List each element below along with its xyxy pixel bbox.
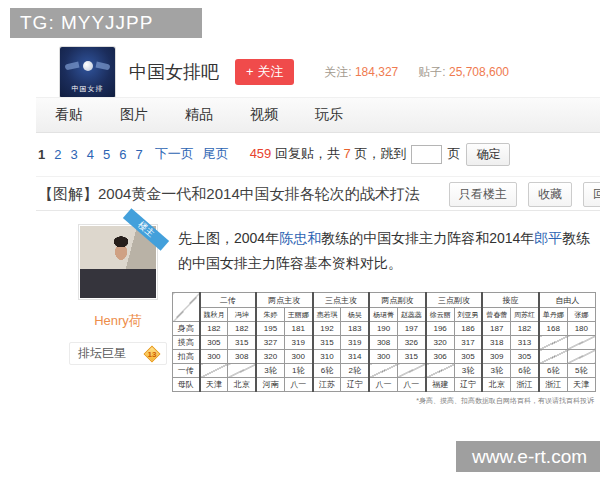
next-page-link[interactable]: 下一页 bbox=[155, 145, 194, 163]
table-footnote: *身高、摸高、扣高数据取自网络百科，有误请找百科投诉 bbox=[172, 396, 596, 406]
favorite-button[interactable]: 收藏 bbox=[528, 182, 572, 207]
stat-cell: 305 bbox=[511, 350, 539, 364]
post-actions: 只看楼主 收藏 回复 bbox=[449, 182, 600, 207]
tab-jingpin[interactable]: 精品 bbox=[185, 106, 213, 124]
row-label-cell: 身高 bbox=[173, 322, 200, 336]
coach-link-langping[interactable]: 郎平 bbox=[534, 230, 562, 246]
stat-cell: 181 bbox=[284, 322, 312, 336]
stat-cell bbox=[567, 350, 595, 364]
stat-cell: 190 bbox=[369, 322, 397, 336]
reply-button[interactable]: 回复 bbox=[583, 182, 600, 207]
stat-cell: 195 bbox=[256, 322, 284, 336]
table-row: 扣高300308320300310314300315306305309305 bbox=[173, 350, 596, 364]
forum-title: 中国女排吧 bbox=[129, 60, 219, 84]
stat-cell: 318 bbox=[482, 336, 510, 350]
stat-cell: 314 bbox=[341, 350, 369, 364]
stat-cell: 天津 bbox=[567, 378, 595, 392]
stat-cell: 2轮 bbox=[341, 364, 369, 378]
stat-cell: 3轮 bbox=[482, 364, 510, 378]
tab-tupian[interactable]: 图片 bbox=[120, 106, 148, 124]
stat-cell: 3轮 bbox=[256, 364, 284, 378]
player-name-cell: 张娜 bbox=[567, 308, 595, 322]
followers-count: 184,327 bbox=[355, 65, 398, 79]
stat-cell: 317 bbox=[454, 336, 482, 350]
forum-stats: 关注: 184,327 贴子: 25,708,600 bbox=[324, 64, 509, 81]
column-group-header: 两点副攻 bbox=[369, 293, 426, 308]
tab-shipin[interactable]: 视频 bbox=[250, 106, 278, 124]
table-row: 身高18218219518119218319019719618618718216… bbox=[173, 322, 596, 336]
stat-cell: 320 bbox=[256, 350, 284, 364]
stat-cell: 182 bbox=[200, 322, 228, 336]
stat-cell: 326 bbox=[397, 336, 425, 350]
player-name-cell: 刘亚男 bbox=[454, 308, 482, 322]
stat-cell: 182 bbox=[228, 322, 256, 336]
posts-stat: 贴子: 25,708,600 bbox=[418, 64, 509, 81]
stat-cell: 313 bbox=[511, 336, 539, 350]
jump-page-input[interactable] bbox=[411, 145, 442, 164]
author-avatar[interactable]: 楼主 bbox=[78, 224, 158, 300]
tab-wanle[interactable]: 玩乐 bbox=[315, 106, 343, 124]
stat-cell: 6轮 bbox=[539, 364, 567, 378]
stat-cell: 180 bbox=[567, 322, 595, 336]
coach-link-chenzhonghe[interactable]: 陈忠和 bbox=[279, 230, 321, 246]
stat-cell bbox=[426, 364, 454, 378]
stat-cell: 辽宁 bbox=[341, 378, 369, 392]
tg-watermark-bar: TG: MYYJJPP bbox=[10, 8, 202, 38]
player-name-cell: 魏秋月 bbox=[200, 308, 228, 322]
row-label-cell: 扣高 bbox=[173, 350, 200, 364]
stats-table-image: 二传两点主攻三点主攻两点副攻三点副攻接应自由人魏秋月冯坤朱婷王丽娜惠若琪杨昊杨珺… bbox=[172, 292, 596, 406]
post-content: 先上图，2004年陈忠和教练的中国女排主力阵容和2014年郎平教练的中国女排主力… bbox=[178, 226, 598, 406]
text-part-1: 先上图，2004年 bbox=[178, 230, 279, 246]
tab-kantie[interactable]: 看贴 bbox=[55, 106, 83, 124]
level-badge-icon: 13 bbox=[144, 345, 161, 362]
player-name-cell: 杨珺菁 bbox=[369, 308, 397, 322]
stat-cell: 辽宁 bbox=[454, 378, 482, 392]
last-page-link[interactable]: 尾页 bbox=[203, 145, 229, 163]
stat-cell: 300 bbox=[200, 350, 228, 364]
column-group-header: 三点副攻 bbox=[426, 293, 483, 308]
stat-cell: 327 bbox=[256, 336, 284, 350]
column-group-header: 接应 bbox=[482, 293, 539, 308]
stat-cell: 168 bbox=[539, 322, 567, 336]
volleyball-icon bbox=[83, 61, 93, 71]
stat-cell bbox=[228, 364, 256, 378]
reply-summary: 459 回复贴，共 7 页，跳到 bbox=[250, 145, 407, 163]
page-unit-label: 页 bbox=[447, 145, 460, 163]
page-link-6[interactable]: 6 bbox=[119, 147, 126, 162]
column-group-header: 两点主攻 bbox=[256, 293, 313, 308]
player-name-cell: 单丹娜 bbox=[539, 308, 567, 322]
stat-cell: 浙江 bbox=[511, 378, 539, 392]
stat-cell: 196 bbox=[426, 322, 454, 336]
page-link-7[interactable]: 7 bbox=[135, 147, 142, 162]
reply-count: 459 bbox=[250, 146, 272, 161]
stat-cell: 182 bbox=[511, 322, 539, 336]
page-link-2[interactable]: 2 bbox=[54, 147, 61, 162]
stat-cell: 河南 bbox=[256, 378, 284, 392]
stat-cell: 6轮 bbox=[313, 364, 341, 378]
page-link-5[interactable]: 5 bbox=[103, 147, 110, 162]
table-row: 一传3轮1轮6轮2轮3轮3轮6轮6轮5轮 bbox=[173, 364, 596, 378]
post-text: 先上图，2004年陈忠和教练的中国女排主力阵容和2014年郎平教练的中国女排主力… bbox=[178, 226, 598, 276]
page-link-3[interactable]: 3 bbox=[70, 147, 77, 162]
confirm-button[interactable]: 确定 bbox=[466, 143, 510, 166]
author-badge[interactable]: 排坛巨星 13 bbox=[69, 342, 167, 365]
row-label-cell: 摸高 bbox=[173, 336, 200, 350]
author-name[interactable]: Henry荷 bbox=[58, 312, 178, 330]
player-name-cell: 赵蕊蕊 bbox=[397, 308, 425, 322]
table-row: 摸高305315327319315319308326320317318313 bbox=[173, 336, 596, 350]
stat-cell: 北京 bbox=[482, 378, 510, 392]
page-link-4[interactable]: 4 bbox=[87, 147, 94, 162]
reply-suffix: 回复贴，共 bbox=[275, 146, 340, 161]
stat-cell: 315 bbox=[397, 350, 425, 364]
stat-cell: 浙江 bbox=[539, 378, 567, 392]
stat-cell: 江苏 bbox=[313, 378, 341, 392]
table-corner-cell bbox=[173, 293, 200, 322]
player-name-cell: 杨昊 bbox=[341, 308, 369, 322]
jump-prefix: 页，跳到 bbox=[354, 146, 406, 161]
nav-tab-bar: 看贴 图片 精品 视频 玩乐 bbox=[36, 97, 600, 133]
forum-logo[interactable]: 中国女排 bbox=[60, 47, 115, 98]
player-name-cell: 惠若琪 bbox=[313, 308, 341, 322]
follow-button[interactable]: + 关注 bbox=[235, 59, 294, 85]
row-label-cell: 一传 bbox=[173, 364, 200, 378]
only-op-button[interactable]: 只看楼主 bbox=[449, 182, 517, 207]
